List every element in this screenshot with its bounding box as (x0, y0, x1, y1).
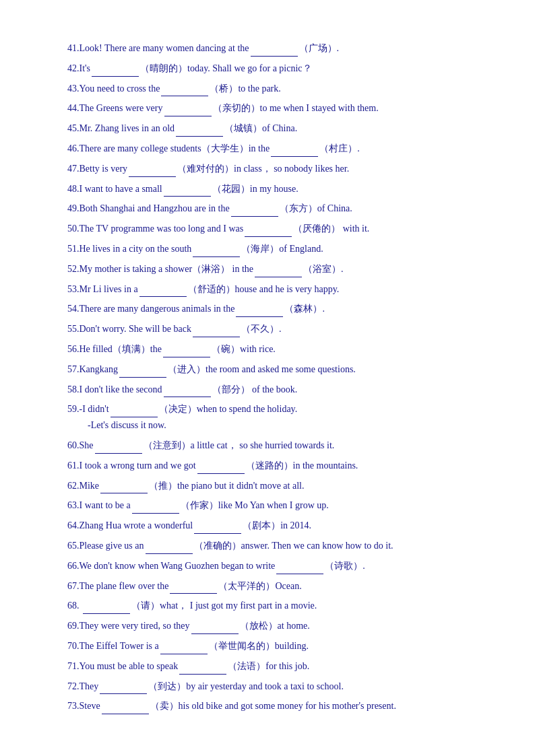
item-number: 62. (67, 481, 80, 491)
item-number: 48. (67, 184, 80, 194)
item-number: 43. (67, 83, 80, 94)
blank-field (179, 665, 226, 675)
item-number: 45. (67, 123, 80, 133)
list-item: 41.Look! There are many women dancing at… (67, 40, 481, 57)
item-number: 69. (67, 621, 80, 631)
list-item: 43.You need to cross the（桥）to the park. (67, 81, 481, 97)
blank-field (245, 228, 292, 237)
item-number: 60. (67, 440, 80, 450)
blank-field (170, 584, 217, 594)
list-item: 54.There are many dangerous animals in t… (67, 301, 481, 317)
item-number: 50. (67, 224, 80, 234)
blank-field (83, 605, 130, 614)
list-item: 51.He lives in a city on the south（海岸）of… (67, 241, 481, 257)
blank-field (164, 388, 211, 397)
list-item: 65.Please give us an（准确的）answer. Then we… (67, 538, 481, 554)
blank-field (197, 465, 245, 474)
list-item: 66.We don't know when Wang Guozhen began… (67, 558, 481, 574)
item-number: 68. (67, 600, 80, 611)
item-number: 49. (67, 203, 80, 213)
list-item: 57.Kangkang（进入）the room and asked me som… (67, 362, 481, 378)
blank-field (231, 207, 278, 217)
blank-field (139, 287, 187, 297)
list-item: 73.Steve（卖）his old bike and got some mon… (67, 698, 481, 714)
item-number: 67. (67, 581, 80, 591)
item-number: 57. (67, 364, 80, 374)
blank-field (160, 645, 208, 654)
blank-field (100, 484, 148, 493)
list-item: 58.I don't like the second（部分） of the bo… (67, 382, 481, 398)
item-number: 59. (67, 404, 80, 414)
item-number: 52. (67, 264, 80, 274)
list-item: 53.Mr Li lives in a（舒适的）house and he is … (67, 281, 481, 298)
blank-field (95, 444, 142, 454)
list-item: 48.I want to have a small（花园）in my house… (67, 181, 481, 197)
item-number: 65. (67, 541, 80, 551)
item-number: 70. (67, 641, 80, 651)
blank-field (271, 147, 318, 157)
blank-field (163, 348, 210, 357)
list-item: 52.My mother is taking a shower（淋浴） in t… (67, 261, 481, 277)
item-number: 71. (67, 661, 80, 671)
blank-field (146, 545, 193, 554)
blank-field (251, 47, 298, 57)
list-item: 42.It's（晴朗的）today. Shall we go for a pic… (67, 61, 481, 77)
blank-field (194, 524, 241, 534)
blank-field (164, 187, 211, 197)
item-number: 55. (67, 324, 80, 334)
blank-field (129, 168, 176, 177)
blank-field (255, 268, 302, 277)
list-item: 62.Mike（推）the piano but it didn't move a… (67, 478, 481, 494)
blank-field (191, 625, 239, 634)
item-number: 58. (67, 384, 80, 394)
blank-field (92, 67, 139, 77)
blank-field (161, 87, 208, 96)
blank-field (111, 408, 158, 417)
item-number: 54. (67, 304, 80, 314)
list-item: 50.The TV programme was too long and I w… (67, 221, 481, 237)
list-item: 70.The Eiffel Tower is a（举世闻名的）building. (67, 638, 481, 654)
list-item: 60.She（注意到）a little cat， so she hurried … (67, 438, 481, 454)
item-number: 41. (67, 43, 80, 53)
item-number: 56. (67, 344, 80, 354)
item-number: 42. (67, 63, 80, 73)
exercise-list: 41.Look! There are many women dancing at… (67, 40, 481, 714)
blank-field (236, 308, 283, 317)
blank-field (100, 685, 147, 694)
list-item: 68. （请）what， I just got my first part in… (67, 598, 481, 614)
blank-field (164, 107, 212, 116)
list-item: 46.There are many college students（大学生）i… (67, 141, 481, 157)
list-item: 61.I took a wrong turn and we got（迷路的）in… (67, 458, 481, 474)
item-number: 46. (67, 143, 80, 153)
list-item: 69.They were very tired, so they（放松）at h… (67, 618, 481, 634)
list-item: 72.They（到达）by air yesterday and took a t… (67, 679, 481, 695)
blank-field (132, 504, 179, 514)
blank-field (119, 368, 166, 378)
list-item: 67.The plane flew over the（太平洋的）Ocean. (67, 578, 481, 594)
blank-field (193, 248, 240, 257)
item-number: 51. (67, 244, 80, 254)
list-item: 63.I want to be a（作家）like Mo Yan when I … (67, 497, 481, 514)
list-item: 64.Zhang Hua wrote a wonderful（剧本）in 201… (67, 518, 481, 534)
item-number: 73. (67, 701, 80, 711)
item-number: 63. (67, 500, 80, 510)
blank-field (176, 127, 223, 137)
item-number: 44. (67, 103, 80, 113)
blank-field (276, 565, 323, 574)
item-number: 53. (67, 284, 80, 294)
list-item: 55.Don't worry. She will be back（不久）. (67, 321, 481, 337)
item-number: 66. (67, 561, 80, 571)
item-number: 64. (67, 520, 80, 530)
list-item: 47.Betty is very（难对付的）in class， so nobod… (67, 161, 481, 177)
item-number: 61. (67, 460, 80, 471)
list-item: 49.Both Shanghai and Hangzhou are in the… (67, 201, 481, 217)
blank-field (193, 328, 240, 337)
blank-field (102, 705, 149, 714)
list-item: 56.He filled（填满）the（碗）with rice. (67, 341, 481, 357)
list-item: 45.Mr. Zhang lives in an old（城镇）of China… (67, 121, 481, 137)
list-item: 71.You must be able to speak（法语）for this… (67, 658, 481, 675)
item-number: 47. (67, 164, 80, 174)
list-item: 59.-I didn't（决定）when to spend the holida… (67, 401, 481, 434)
list-item: 44.The Greens were very（亲切的）to me when I… (67, 100, 481, 116)
extra-text: -Let's discuss it now. (88, 417, 481, 434)
